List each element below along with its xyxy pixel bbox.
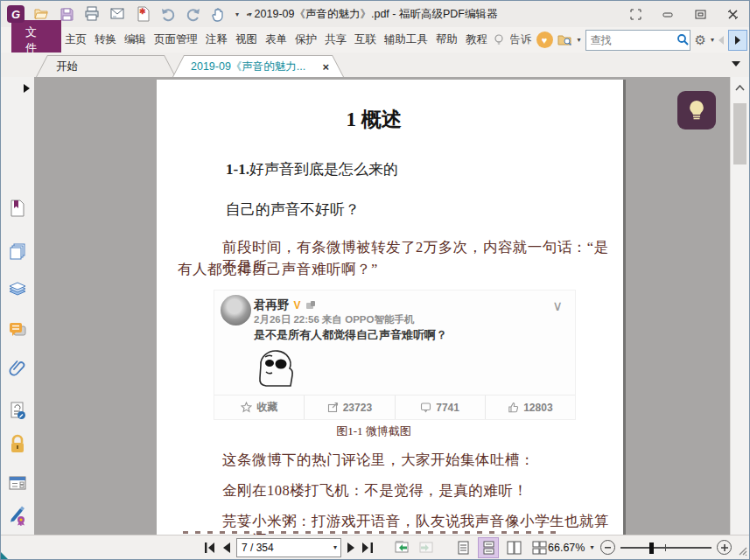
attachments-panel-icon[interactable]: [7, 358, 28, 379]
assistant-lightbulb-button[interactable]: [677, 91, 716, 130]
print-icon[interactable]: [83, 5, 101, 23]
tab-document-label: 2019-09《声音的魅力...: [191, 60, 305, 74]
tab-edit[interactable]: 编辑: [121, 28, 151, 52]
close-icon[interactable]: [727, 9, 739, 20]
zoom-controls: 66.67% ▾: [548, 540, 732, 555]
tab-protect[interactable]: 保护: [291, 28, 321, 52]
ribbon-collapse-icon[interactable]: [718, 36, 724, 45]
signatures-panel-icon[interactable]: [7, 505, 28, 526]
settings-dropdown-icon[interactable]: ▾: [711, 36, 714, 44]
application-window: G ✱ ▾: [0, 0, 750, 560]
save-icon[interactable]: [58, 5, 75, 23]
next-page-button[interactable]: [347, 542, 356, 554]
scrollbar-thumb[interactable]: [733, 103, 746, 164]
search-input[interactable]: [586, 34, 676, 46]
like-count: 12803: [523, 402, 552, 414]
zoom-slider[interactable]: [620, 542, 711, 554]
tab-convert[interactable]: 转换: [91, 28, 121, 52]
single-page-mode-icon[interactable]: [452, 537, 473, 558]
vertical-scrollbar[interactable]: [730, 77, 749, 535]
customize-toolbar-icon[interactable]: ▪▾: [247, 10, 251, 18]
create-pdf-icon[interactable]: ✱: [134, 5, 151, 23]
hand-tool-dropdown-icon[interactable]: ▾: [235, 10, 239, 18]
foxit-logo-icon[interactable]: G: [7, 5, 25, 23]
facing-continuous-mode-icon[interactable]: [529, 537, 550, 558]
tab-connect[interactable]: 互联: [351, 28, 381, 52]
favorite-button[interactable]: 收藏: [214, 396, 304, 419]
fullscreen-icon[interactable]: [630, 9, 641, 20]
tab-help[interactable]: 帮助: [432, 28, 462, 52]
facing-mode-icon[interactable]: [503, 537, 524, 558]
zoom-level-label[interactable]: 66.67%: [548, 542, 585, 554]
zoom-out-button[interactable]: [600, 540, 615, 555]
slider-center-tick: [665, 544, 666, 551]
tab-start-page[interactable]: 开始: [36, 55, 176, 77]
share-heart-icon[interactable]: ♥: [536, 32, 553, 48]
tab-accessibility[interactable]: 辅助工具: [381, 28, 432, 52]
tab-close-icon[interactable]: ×: [322, 60, 329, 74]
continuous-mode-icon[interactable]: [478, 537, 499, 558]
tab-share[interactable]: 共享: [321, 28, 351, 52]
search-icon[interactable]: [676, 33, 690, 46]
settings-gear-icon[interactable]: ⚙: [695, 33, 706, 46]
username-text: 君再野: [254, 298, 290, 313]
layers-panel-icon[interactable]: [7, 279, 28, 300]
like-button[interactable]: 12803: [485, 396, 575, 419]
minimize-icon[interactable]: [662, 9, 674, 20]
chevron-down-icon[interactable]: ∨: [552, 298, 563, 314]
email-icon[interactable]: [109, 5, 126, 23]
repost-count: 23723: [343, 402, 372, 414]
previous-view-button[interactable]: [393, 540, 410, 555]
star-icon: [241, 402, 252, 413]
zoom-dropdown-icon[interactable]: ▾: [590, 543, 593, 551]
next-view-button[interactable]: [417, 540, 435, 555]
snapshot-search-icon[interactable]: [557, 33, 573, 47]
page-dropdown-icon[interactable]: ▾: [330, 543, 340, 551]
ribbon-expand-button[interactable]: [728, 30, 747, 51]
tab-page-management[interactable]: 页面管理: [151, 28, 202, 52]
restore-icon[interactable]: [695, 9, 706, 20]
slider-handle[interactable]: [649, 542, 654, 554]
last-page-button[interactable]: [361, 542, 374, 554]
tip-lightbulb-icon[interactable]: [492, 33, 506, 47]
snapshot-dropdown-icon[interactable]: ▾: [578, 36, 581, 44]
comments-panel-icon[interactable]: [7, 319, 28, 340]
title-bar: G ✱ ▾: [1, 1, 750, 28]
tab-list-dropdown-icon[interactable]: [732, 61, 740, 66]
tab-start-label: 开始: [56, 60, 78, 74]
weibo-action-bar: 收藏 23723 7741 12803: [214, 395, 575, 419]
page-number-input[interactable]: [237, 542, 330, 554]
member-badge-icon: [305, 301, 316, 310]
section-number: 1-1.: [226, 161, 249, 178]
comment-button[interactable]: 7741: [395, 396, 485, 419]
hand-tool-icon[interactable]: [210, 5, 228, 23]
panel-expand-icon[interactable]: [24, 84, 30, 93]
tab-form[interactable]: 表单: [262, 28, 291, 52]
undo-icon[interactable]: [159, 5, 177, 23]
zoom-in-button[interactable]: [717, 540, 732, 555]
document-canvas[interactable]: 1 概述 1-1.好声音到底是怎么来的 自己的声音不好听？ 前段时间，有条微博被…: [34, 77, 732, 535]
tab-tutorial[interactable]: 教程: [462, 28, 492, 52]
first-page-button[interactable]: [204, 542, 216, 554]
redo-icon[interactable]: [185, 5, 202, 23]
tab-home[interactable]: 主页: [61, 28, 91, 52]
tell-me-label[interactable]: 告诉: [510, 32, 532, 47]
previous-page-button[interactable]: [221, 542, 231, 554]
tab-view[interactable]: 视图: [232, 28, 262, 52]
repost-button[interactable]: 23723: [304, 396, 394, 419]
document-tab-bar: 开始 2019-09《声音的魅力... ×: [1, 52, 750, 77]
pdf-page[interactable]: 1 概述 1-1.好声音到底是怎么来的 自己的声音不好听？ 前段时间，有条微博被…: [157, 80, 626, 535]
tab-document[interactable]: 2019-09《声音的魅力... ×: [172, 55, 344, 77]
figure-caption: 图1-1 微博截图: [178, 424, 570, 439]
fields-panel-icon[interactable]: [7, 472, 28, 494]
security-panel-icon[interactable]: [7, 434, 28, 455]
digital-id-panel-icon[interactable]: [7, 400, 28, 421]
bookmarks-panel-icon[interactable]: [7, 198, 28, 219]
open-file-icon[interactable]: [32, 5, 50, 23]
tab-comment[interactable]: 注释: [202, 28, 232, 52]
pages-panel-icon[interactable]: [7, 241, 28, 262]
scroll-up-icon[interactable]: [731, 80, 749, 94]
resize-grip-icon[interactable]: [737, 545, 747, 556]
view-history: [393, 540, 435, 555]
page-input-box: ▾: [236, 538, 341, 557]
